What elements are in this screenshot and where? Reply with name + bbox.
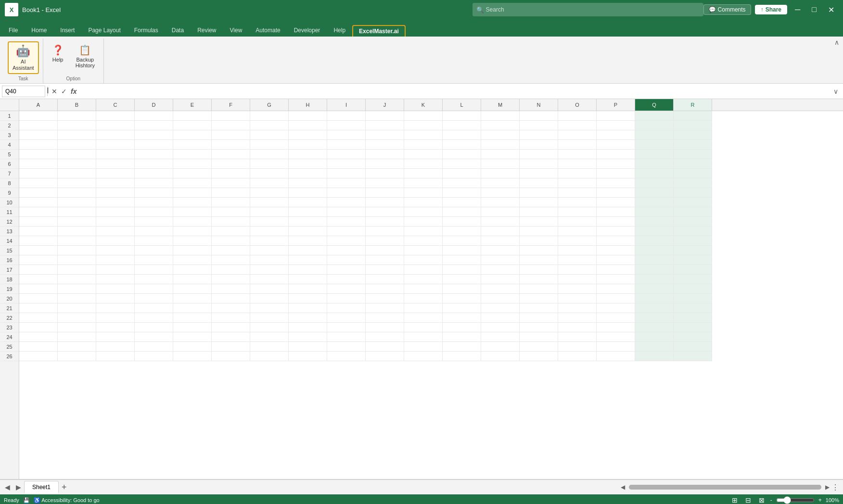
- cell-F11[interactable]: [212, 207, 250, 217]
- row-number-10[interactable]: 10: [0, 198, 19, 207]
- row-number-7[interactable]: 7: [0, 169, 19, 178]
- cell-R22[interactable]: [674, 313, 712, 323]
- cell-P6[interactable]: [597, 159, 635, 169]
- scroll-right-button[interactable]: ▶: [825, 484, 830, 491]
- cell-G12[interactable]: [250, 217, 289, 227]
- cell-L8[interactable]: [443, 178, 481, 188]
- cell-Q13[interactable]: [635, 227, 674, 236]
- cell-J16[interactable]: [366, 255, 404, 265]
- cell-K25[interactable]: [404, 342, 443, 352]
- col-header-c[interactable]: C: [96, 99, 135, 111]
- cell-C13[interactable]: [96, 227, 135, 236]
- cell-R15[interactable]: [674, 246, 712, 255]
- cell-H18[interactable]: [289, 275, 327, 284]
- cell-F23[interactable]: [212, 323, 250, 332]
- row-number-3[interactable]: 3: [0, 130, 19, 140]
- cell-A20[interactable]: [19, 294, 58, 303]
- tab-file[interactable]: File: [2, 24, 25, 37]
- cell-A7[interactable]: [19, 169, 58, 178]
- cell-I16[interactable]: [327, 255, 366, 265]
- cell-Q2[interactable]: [635, 121, 674, 130]
- cell-F16[interactable]: [212, 255, 250, 265]
- cell-C17[interactable]: [96, 265, 135, 275]
- cell-D8[interactable]: [135, 178, 173, 188]
- cell-A26[interactable]: [19, 352, 58, 361]
- cell-P9[interactable]: [597, 188, 635, 198]
- row-number-9[interactable]: 9: [0, 188, 19, 198]
- cell-E2[interactable]: [173, 121, 212, 130]
- cell-G17[interactable]: [250, 265, 289, 275]
- cell-H12[interactable]: [289, 217, 327, 227]
- cell-O17[interactable]: [558, 265, 597, 275]
- cell-F9[interactable]: [212, 188, 250, 198]
- cell-R13[interactable]: [674, 227, 712, 236]
- cancel-formula-button[interactable]: ✕: [50, 87, 59, 96]
- cell-L7[interactable]: [443, 169, 481, 178]
- cell-Q26[interactable]: [635, 352, 674, 361]
- cell-I13[interactable]: [327, 227, 366, 236]
- ribbon-collapse-button[interactable]: ∧: [834, 38, 839, 46]
- cell-N18[interactable]: [520, 275, 558, 284]
- cell-O6[interactable]: [558, 159, 597, 169]
- cell-R21[interactable]: [674, 303, 712, 313]
- cell-L9[interactable]: [443, 188, 481, 198]
- cell-F3[interactable]: [212, 130, 250, 140]
- cell-C23[interactable]: [96, 323, 135, 332]
- cell-N1[interactable]: [520, 111, 558, 121]
- cell-M6[interactable]: [481, 159, 520, 169]
- cell-O3[interactable]: [558, 130, 597, 140]
- cell-F2[interactable]: [212, 121, 250, 130]
- cell-I1[interactable]: [327, 111, 366, 121]
- cell-D18[interactable]: [135, 275, 173, 284]
- cell-R9[interactable]: [674, 188, 712, 198]
- cell-B6[interactable]: [58, 159, 96, 169]
- cell-B17[interactable]: [58, 265, 96, 275]
- cell-D14[interactable]: [135, 236, 173, 246]
- cell-E23[interactable]: [173, 323, 212, 332]
- cell-L17[interactable]: [443, 265, 481, 275]
- cell-I9[interactable]: [327, 188, 366, 198]
- horizontal-scrollbar-track[interactable]: [629, 485, 821, 490]
- cell-K17[interactable]: [404, 265, 443, 275]
- cell-Q14[interactable]: [635, 236, 674, 246]
- cell-L18[interactable]: [443, 275, 481, 284]
- cell-E4[interactable]: [173, 140, 212, 150]
- cell-G19[interactable]: [250, 284, 289, 294]
- cell-E11[interactable]: [173, 207, 212, 217]
- cell-F1[interactable]: [212, 111, 250, 121]
- cell-I20[interactable]: [327, 294, 366, 303]
- cell-L4[interactable]: [443, 140, 481, 150]
- sheet-nav-next[interactable]: ▶: [13, 482, 24, 492]
- cell-L12[interactable]: [443, 217, 481, 227]
- cell-C25[interactable]: [96, 342, 135, 352]
- cell-J18[interactable]: [366, 275, 404, 284]
- cell-J6[interactable]: [366, 159, 404, 169]
- cell-Q6[interactable]: [635, 159, 674, 169]
- cell-I2[interactable]: [327, 121, 366, 130]
- cell-C1[interactable]: [96, 111, 135, 121]
- cell-P24[interactable]: [597, 332, 635, 342]
- cell-A25[interactable]: [19, 342, 58, 352]
- cell-G8[interactable]: [250, 178, 289, 188]
- cell-F7[interactable]: [212, 169, 250, 178]
- cell-J11[interactable]: [366, 207, 404, 217]
- cell-F18[interactable]: [212, 275, 250, 284]
- cell-D11[interactable]: [135, 207, 173, 217]
- horizontal-scrollbar-thumb[interactable]: [629, 485, 821, 490]
- cell-R10[interactable]: [674, 198, 712, 207]
- cell-E5[interactable]: [173, 150, 212, 159]
- cell-R25[interactable]: [674, 342, 712, 352]
- cell-A19[interactable]: [19, 284, 58, 294]
- cell-H24[interactable]: [289, 332, 327, 342]
- cell-N8[interactable]: [520, 178, 558, 188]
- cell-O9[interactable]: [558, 188, 597, 198]
- cell-J10[interactable]: [366, 198, 404, 207]
- cell-P15[interactable]: [597, 246, 635, 255]
- cell-R14[interactable]: [674, 236, 712, 246]
- cell-M23[interactable]: [481, 323, 520, 332]
- col-header-g[interactable]: G: [250, 99, 289, 111]
- cell-G9[interactable]: [250, 188, 289, 198]
- cell-M7[interactable]: [481, 169, 520, 178]
- cell-C5[interactable]: [96, 150, 135, 159]
- cell-N22[interactable]: [520, 313, 558, 323]
